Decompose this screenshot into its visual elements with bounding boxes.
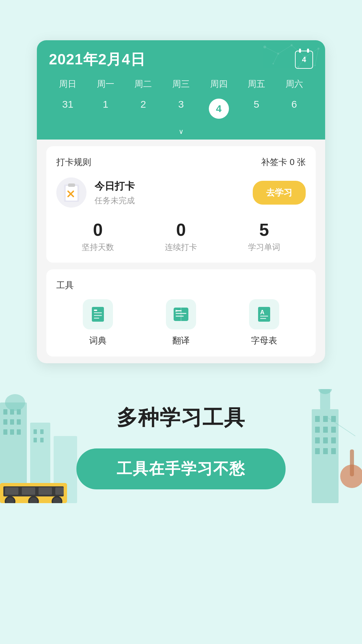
svg-line-53 (278, 45, 292, 54)
stat-label: 坚持天数 (56, 242, 139, 253)
bottom-title: 多种学习工具 (117, 404, 245, 432)
tools-grid: 词典 ≡ 翻译 A 字母表 (56, 299, 306, 346)
bottom-section: 多种学习工具 工具在手学习不愁 (0, 377, 362, 516)
stat-item: 5 学习单词 (223, 220, 306, 253)
stat-label: 学习单词 (223, 242, 306, 253)
day-header-cell: 周日 (49, 76, 87, 92)
stat-item: 0 连续打卡 (139, 220, 223, 253)
date-cell[interactable]: 2 (124, 95, 162, 123)
tool-item-dictionary[interactable]: 词典 (83, 299, 113, 346)
svg-rect-64 (92, 307, 104, 322)
tool-icon-wrap: ≡ (166, 299, 196, 329)
date-cell[interactable]: 31 (49, 95, 87, 123)
checkin-card-header: 打卡规则 补签卡 0 张 (56, 156, 306, 168)
tool-label: 词典 (89, 335, 107, 346)
svg-rect-66 (94, 312, 102, 313)
checkin-main-row: 今日打卡 任务未完成 去学习 (56, 177, 306, 208)
svg-rect-65 (94, 310, 97, 311)
today-checkin-title: 今日打卡 (95, 179, 135, 193)
date-cell[interactable]: 3 (162, 95, 200, 123)
stat-value: 0 (56, 220, 139, 240)
svg-text:A: A (260, 309, 264, 316)
calendar-header: 2021年2月4日 4 周日周一周二周三周四周五周六 31123456 ∨ (37, 40, 325, 140)
bottom-cta-button[interactable]: 工具在手学习不愁 (76, 448, 286, 489)
svg-text:≡: ≡ (175, 309, 177, 313)
day-header-cell: 周三 (162, 76, 200, 92)
checkin-icon-wrap (56, 177, 86, 208)
svg-rect-78 (260, 318, 266, 319)
date-cell[interactable]: 5 (238, 95, 276, 123)
svg-line-56 (273, 54, 278, 64)
chevron-down-icon[interactable]: ∨ (179, 127, 184, 136)
tool-label: 翻译 (172, 335, 190, 346)
checkin-info: 今日打卡 任务未完成 (56, 177, 135, 208)
calendar-icon-day: 4 (302, 55, 306, 64)
svg-line-52 (265, 47, 278, 54)
day-header-cell: 周四 (200, 76, 238, 92)
tool-label: 字母表 (251, 335, 277, 346)
svg-rect-72 (176, 316, 184, 317)
network-decoration (258, 40, 325, 80)
app-card: 2021年2月4日 4 周日周一周二周三周四周五周六 31123456 ∨ 打卡… (37, 40, 325, 363)
day-header-cell: 周二 (124, 76, 162, 92)
today-checkin-subtitle: 任务未完成 (95, 195, 135, 206)
stats-row: 0 坚持天数 0 连续打卡 5 学习单词 (56, 220, 306, 253)
tool-item-translate[interactable]: ≡ 翻译 (166, 299, 196, 346)
tool-icon-wrap (83, 299, 113, 329)
checkin-clipboard-icon (61, 182, 82, 204)
checkin-card: 打卡规则 补签卡 0 张 (46, 146, 316, 263)
tool-icon-wrap: A (249, 299, 279, 329)
dates-row[interactable]: 31123456 (49, 95, 313, 125)
svg-rect-68 (94, 318, 99, 319)
chevron-row[interactable]: ∨ (49, 125, 313, 140)
date-cell[interactable]: 6 (275, 95, 313, 123)
supplement-card-label[interactable]: 补签卡 0 张 (261, 156, 306, 168)
date-cell[interactable]: 1 (87, 95, 125, 123)
svg-line-58 (315, 49, 318, 65)
tools-card: 工具 词典 ≡ 翻译 (46, 269, 316, 357)
calendar-icon-button[interactable]: 4 (295, 51, 313, 69)
svg-rect-77 (260, 316, 268, 317)
stat-label: 连续打卡 (139, 242, 223, 253)
stat-value: 5 (223, 220, 306, 240)
stat-value: 0 (139, 220, 223, 240)
svg-rect-67 (94, 315, 102, 316)
checkin-rules-label[interactable]: 打卡规则 (56, 156, 91, 168)
calendar-date-title: 2021年2月4日 (49, 50, 145, 69)
svg-rect-61 (68, 183, 75, 187)
checkin-text: 今日打卡 任务未完成 (95, 179, 135, 206)
go-study-button[interactable]: 去学习 (253, 181, 306, 205)
tools-section-title: 工具 (56, 279, 306, 291)
stat-item: 0 坚持天数 (56, 220, 139, 253)
tool-item-alphabet[interactable]: A 字母表 (249, 299, 279, 346)
day-header-cell: 周一 (87, 76, 125, 92)
date-cell[interactable]: 4 (200, 95, 238, 123)
content-area: 打卡规则 补签卡 0 张 (37, 140, 325, 363)
